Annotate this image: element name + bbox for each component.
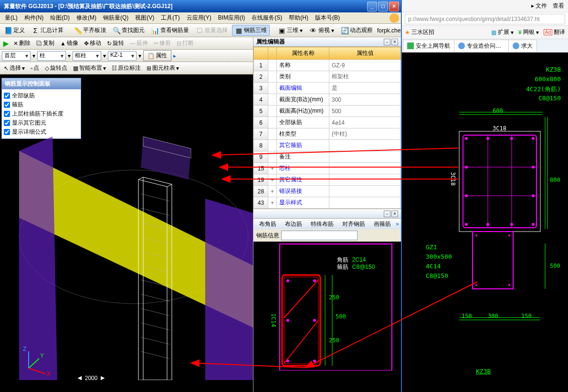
point-button[interactable]: ▫ 点 bbox=[29, 64, 41, 73]
property-row[interactable]: 4截面宽(B边)(mm)300 bbox=[254, 94, 401, 106]
sigma-icon: Σ bbox=[32, 27, 39, 34]
play-icon[interactable]: ▸ bbox=[173, 53, 176, 59]
shrink-icon[interactable]: - bbox=[384, 211, 390, 217]
property-table[interactable]: 属性名称属性值 1名称GZ-92类别框架柱3截面编辑是4截面宽(B边)(mm)3… bbox=[253, 47, 401, 209]
mirror-button[interactable]: ▲ 镜像 bbox=[58, 39, 80, 48]
sum-button[interactable]: Σ汇总计算 bbox=[29, 25, 66, 35]
component-combo[interactable]: KZ-1 bbox=[108, 51, 137, 61]
menu-item[interactable]: 帮助(H) bbox=[286, 13, 311, 23]
3d-button[interactable]: ▣三维 ▾ bbox=[275, 25, 305, 35]
select-button[interactable]: ↖ 选择 ▾ bbox=[2, 64, 27, 73]
menu-item[interactable]: 视图(V) bbox=[132, 13, 157, 23]
move-button[interactable]: ✥ 移动 bbox=[82, 39, 103, 48]
svg-line-31 bbox=[284, 280, 318, 318]
batch-button[interactable]: ☐批量选择 bbox=[193, 25, 230, 35]
delete-button[interactable]: ✕ 删除 bbox=[11, 39, 32, 48]
property-row[interactable]: 1名称GZ-9 bbox=[254, 60, 401, 71]
rotate-button[interactable]: ↻ 旋转 bbox=[105, 39, 126, 48]
browser-toolbar: ★三水区招 ▦扩展 ▾ ¥网银 ▾ Ad翻译 bbox=[402, 26, 568, 39]
svg-line-18 bbox=[141, 308, 169, 316]
dynview-button[interactable]: 🔄动态观察 bbox=[338, 25, 375, 35]
svg-point-51 bbox=[532, 137, 535, 140]
select-icon: ☐ bbox=[196, 27, 203, 34]
url-input[interactable] bbox=[405, 14, 565, 24]
tab-side[interactable]: 布边筋 bbox=[281, 219, 306, 229]
mascot-icon[interactable] bbox=[389, 13, 399, 23]
panel-close-icon[interactable]: × bbox=[391, 39, 398, 45]
property-row[interactable]: 8其它箍筋 bbox=[254, 140, 401, 151]
menu-item[interactable]: 在线服务(S) bbox=[249, 13, 285, 23]
maximize-button[interactable]: □ bbox=[378, 1, 388, 11]
look-button[interactable]: 👁俯视 ▾ bbox=[307, 25, 337, 35]
svg-rect-28 bbox=[280, 244, 392, 371]
smartplace-button[interactable]: ▦ 智能布置 ▾ bbox=[71, 64, 108, 73]
menu-item[interactable]: 修改(M) bbox=[74, 13, 99, 23]
extend-button[interactable]: — 延伸 bbox=[128, 39, 150, 48]
break-button[interactable]: ⊟ 打断 bbox=[175, 39, 196, 48]
menu-item[interactable]: 构件(N) bbox=[21, 13, 47, 23]
undo-icon[interactable]: ▶ bbox=[2, 40, 10, 47]
property-editor-title: 属性编辑器 bbox=[256, 38, 285, 46]
fav-sanshui[interactable]: ★三水区招 bbox=[405, 28, 434, 36]
rebar-info-input[interactable] bbox=[281, 231, 358, 240]
property-row[interactable]: 28+错误搭接 bbox=[254, 186, 401, 197]
menu-item[interactable]: 版本号(B) bbox=[312, 13, 343, 23]
viewrebar-button[interactable]: 📊查看钢筋量 bbox=[149, 25, 191, 35]
search-icon: 🔍 bbox=[113, 27, 120, 34]
property-row[interactable]: 9备注 bbox=[254, 151, 401, 163]
property-row[interactable]: 5截面高(H边)(mm)500 bbox=[254, 106, 401, 117]
browser-menu-file[interactable]: ▸ 文件 bbox=[531, 2, 547, 10]
property-row[interactable]: 3截面编辑是 bbox=[254, 83, 401, 94]
rebar3d-button[interactable]: ▦钢筋三维 bbox=[232, 25, 270, 36]
menu-item[interactable]: 绘图(D) bbox=[47, 13, 73, 23]
expand-arrow-icon[interactable]: » bbox=[396, 221, 399, 227]
trim-button[interactable]: ✂ 修剪 bbox=[152, 39, 173, 48]
panel-close-icon[interactable]: × bbox=[391, 211, 398, 217]
define-button[interactable]: 📘定义 bbox=[2, 25, 27, 35]
rotpoint-button[interactable]: ◇ 旋转点 bbox=[43, 64, 69, 73]
svg-line-17 bbox=[141, 294, 169, 301]
menu-item[interactable]: BIM应用(I) bbox=[215, 13, 248, 23]
bank-button[interactable]: ¥网银 ▾ bbox=[518, 28, 539, 36]
ext-button[interactable]: ▦扩展 ▾ bbox=[491, 28, 514, 36]
browser-tab[interactable]: 求大 bbox=[508, 40, 537, 52]
elemtable-button[interactable]: ⊞ 图元柱表 ▾ bbox=[145, 64, 181, 73]
toolbar-main: 📘定义 Σ汇总计算 📏平齐板顶 🔍查找图元 📊查看钢筋量 ☐批量选择 ▦钢筋三维… bbox=[0, 24, 401, 37]
property-row[interactable]: 7柱类型(中柱) bbox=[254, 128, 401, 140]
property-row[interactable]: 6全部纵筋4⌀14 bbox=[254, 117, 401, 128]
browser-tab[interactable]: 专业造价问题答疑平台-广联 bbox=[454, 40, 509, 52]
property-row[interactable]: 43+显示样式 bbox=[254, 197, 401, 209]
user-email[interactable]: forpk.chen@163.com bbox=[377, 27, 401, 34]
flat-button[interactable]: 📏平齐板顶 bbox=[72, 25, 108, 35]
3d-viewport[interactable]: 钢筋显示控制面板 全部纵筋 箍筋 上层柱插筋下插长度 显示其它图元 显示详细公式 bbox=[0, 74, 253, 392]
tab-corner[interactable]: 布角筋 bbox=[255, 219, 280, 229]
tab-special[interactable]: 特殊布筋 bbox=[307, 219, 337, 229]
browser-tab[interactable]: 安全上网导航 bbox=[403, 40, 454, 52]
menu-item[interactable]: 工具(T) bbox=[158, 13, 182, 23]
menu-item[interactable]: 量(L) bbox=[2, 13, 21, 23]
property-row[interactable]: 15+芯柱 bbox=[254, 163, 401, 174]
category-combo[interactable]: 柱 bbox=[37, 51, 66, 61]
close-button[interactable]: × bbox=[389, 1, 399, 11]
floor-combo[interactable]: 首层 bbox=[2, 51, 31, 61]
minimize-button[interactable]: _ bbox=[367, 1, 377, 11]
menu-item[interactable]: 云应用(Y) bbox=[184, 13, 214, 23]
menu-item[interactable]: 钢筋量(Q) bbox=[100, 13, 131, 23]
property-row[interactable]: 19+其它属性 bbox=[254, 174, 401, 186]
section-canvas[interactable]: 角筋 2C14 箍筋 C8@150 250 250 500 1C14 bbox=[253, 242, 401, 392]
property-button[interactable]: 📋 属性 bbox=[143, 50, 171, 61]
translate-button[interactable]: Ad翻译 bbox=[544, 28, 565, 36]
findview-button[interactable]: 🔍查找图元 bbox=[110, 25, 147, 35]
placelabel-button[interactable]: ☷ 原位标注 bbox=[110, 64, 143, 73]
browser-content[interactable]: KZ3B 600x800 4C22(角筋) C8@150 600 800 3C1… bbox=[402, 53, 568, 392]
svg-line-20 bbox=[141, 337, 169, 344]
svg-point-33 bbox=[286, 279, 289, 282]
tab-drawstirrup[interactable]: 画箍筋 bbox=[370, 219, 395, 229]
chart-icon: 📊 bbox=[151, 27, 159, 34]
copy-button[interactable]: ⿻ 复制 bbox=[34, 39, 56, 48]
property-row[interactable]: 2类别框架柱 bbox=[254, 71, 401, 83]
browser-menu-view[interactable]: 查看 bbox=[553, 2, 564, 10]
shrink-icon[interactable]: - bbox=[384, 39, 390, 45]
tab-align[interactable]: 对齐钢筋 bbox=[338, 219, 369, 229]
type-combo[interactable]: 框柱 bbox=[73, 51, 101, 61]
